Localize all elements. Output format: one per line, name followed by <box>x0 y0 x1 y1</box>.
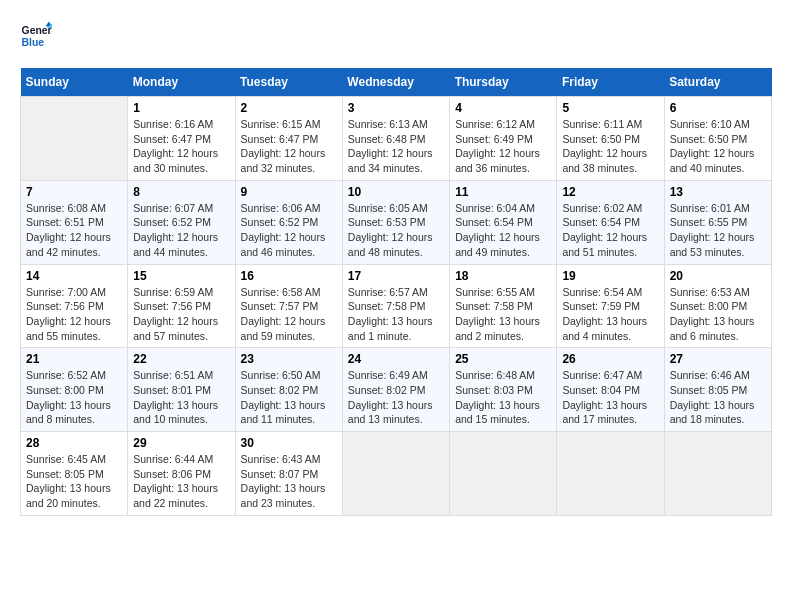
day-info: Sunrise: 6:02 AMSunset: 6:54 PMDaylight:… <box>562 201 658 260</box>
day-number: 9 <box>241 185 337 199</box>
day-number: 21 <box>26 352 122 366</box>
day-info: Sunrise: 6:01 AMSunset: 6:55 PMDaylight:… <box>670 201 766 260</box>
day-number: 12 <box>562 185 658 199</box>
day-number: 4 <box>455 101 551 115</box>
day-info: Sunrise: 6:55 AMSunset: 7:58 PMDaylight:… <box>455 285 551 344</box>
day-info: Sunrise: 6:43 AMSunset: 8:07 PMDaylight:… <box>241 452 337 511</box>
calendar-week-row: 21Sunrise: 6:52 AMSunset: 8:00 PMDayligh… <box>21 348 772 432</box>
calendar-cell: 9Sunrise: 6:06 AMSunset: 6:52 PMDaylight… <box>235 180 342 264</box>
calendar-cell: 29Sunrise: 6:44 AMSunset: 8:06 PMDayligh… <box>128 432 235 516</box>
calendar-table: SundayMondayTuesdayWednesdayThursdayFrid… <box>20 68 772 516</box>
day-info: Sunrise: 6:04 AMSunset: 6:54 PMDaylight:… <box>455 201 551 260</box>
weekday-header: Friday <box>557 68 664 97</box>
calendar-cell: 28Sunrise: 6:45 AMSunset: 8:05 PMDayligh… <box>21 432 128 516</box>
day-number: 28 <box>26 436 122 450</box>
day-info: Sunrise: 6:06 AMSunset: 6:52 PMDaylight:… <box>241 201 337 260</box>
svg-text:Blue: Blue <box>22 37 45 48</box>
weekday-header-row: SundayMondayTuesdayWednesdayThursdayFrid… <box>21 68 772 97</box>
day-number: 8 <box>133 185 229 199</box>
day-number: 3 <box>348 101 444 115</box>
day-info: Sunrise: 6:58 AMSunset: 7:57 PMDaylight:… <box>241 285 337 344</box>
day-info: Sunrise: 6:45 AMSunset: 8:05 PMDaylight:… <box>26 452 122 511</box>
day-info: Sunrise: 6:12 AMSunset: 6:49 PMDaylight:… <box>455 117 551 176</box>
calendar-cell: 27Sunrise: 6:46 AMSunset: 8:05 PMDayligh… <box>664 348 771 432</box>
day-number: 23 <box>241 352 337 366</box>
calendar-cell: 11Sunrise: 6:04 AMSunset: 6:54 PMDayligh… <box>450 180 557 264</box>
calendar-cell: 25Sunrise: 6:48 AMSunset: 8:03 PMDayligh… <box>450 348 557 432</box>
day-info: Sunrise: 6:05 AMSunset: 6:53 PMDaylight:… <box>348 201 444 260</box>
day-info: Sunrise: 6:15 AMSunset: 6:47 PMDaylight:… <box>241 117 337 176</box>
day-info: Sunrise: 6:47 AMSunset: 8:04 PMDaylight:… <box>562 368 658 427</box>
day-number: 30 <box>241 436 337 450</box>
calendar-cell: 3Sunrise: 6:13 AMSunset: 6:48 PMDaylight… <box>342 97 449 181</box>
calendar-week-row: 7Sunrise: 6:08 AMSunset: 6:51 PMDaylight… <box>21 180 772 264</box>
day-number: 16 <box>241 269 337 283</box>
day-info: Sunrise: 6:07 AMSunset: 6:52 PMDaylight:… <box>133 201 229 260</box>
day-number: 20 <box>670 269 766 283</box>
day-number: 6 <box>670 101 766 115</box>
weekday-header: Saturday <box>664 68 771 97</box>
day-number: 25 <box>455 352 551 366</box>
weekday-header: Sunday <box>21 68 128 97</box>
day-info: Sunrise: 6:57 AMSunset: 7:58 PMDaylight:… <box>348 285 444 344</box>
day-info: Sunrise: 6:11 AMSunset: 6:50 PMDaylight:… <box>562 117 658 176</box>
day-number: 5 <box>562 101 658 115</box>
day-number: 27 <box>670 352 766 366</box>
calendar-cell: 15Sunrise: 6:59 AMSunset: 7:56 PMDayligh… <box>128 264 235 348</box>
calendar-cell: 12Sunrise: 6:02 AMSunset: 6:54 PMDayligh… <box>557 180 664 264</box>
day-info: Sunrise: 6:08 AMSunset: 6:51 PMDaylight:… <box>26 201 122 260</box>
calendar-cell: 22Sunrise: 6:51 AMSunset: 8:01 PMDayligh… <box>128 348 235 432</box>
day-number: 24 <box>348 352 444 366</box>
weekday-header: Monday <box>128 68 235 97</box>
calendar-cell <box>557 432 664 516</box>
day-info: Sunrise: 6:53 AMSunset: 8:00 PMDaylight:… <box>670 285 766 344</box>
weekday-header: Wednesday <box>342 68 449 97</box>
svg-text:General: General <box>22 25 52 36</box>
day-number: 14 <box>26 269 122 283</box>
day-number: 7 <box>26 185 122 199</box>
calendar-cell <box>664 432 771 516</box>
day-info: Sunrise: 6:10 AMSunset: 6:50 PMDaylight:… <box>670 117 766 176</box>
day-number: 13 <box>670 185 766 199</box>
day-number: 11 <box>455 185 551 199</box>
calendar-week-row: 1Sunrise: 6:16 AMSunset: 6:47 PMDaylight… <box>21 97 772 181</box>
day-info: Sunrise: 6:16 AMSunset: 6:47 PMDaylight:… <box>133 117 229 176</box>
day-info: Sunrise: 6:59 AMSunset: 7:56 PMDaylight:… <box>133 285 229 344</box>
day-info: Sunrise: 6:54 AMSunset: 7:59 PMDaylight:… <box>562 285 658 344</box>
calendar-week-row: 28Sunrise: 6:45 AMSunset: 8:05 PMDayligh… <box>21 432 772 516</box>
calendar-cell <box>21 97 128 181</box>
calendar-cell: 30Sunrise: 6:43 AMSunset: 8:07 PMDayligh… <box>235 432 342 516</box>
day-info: Sunrise: 6:52 AMSunset: 8:00 PMDaylight:… <box>26 368 122 427</box>
calendar-cell: 21Sunrise: 6:52 AMSunset: 8:00 PMDayligh… <box>21 348 128 432</box>
page-header: General Blue <box>20 20 772 52</box>
calendar-cell: 20Sunrise: 6:53 AMSunset: 8:00 PMDayligh… <box>664 264 771 348</box>
calendar-cell: 4Sunrise: 6:12 AMSunset: 6:49 PMDaylight… <box>450 97 557 181</box>
day-info: Sunrise: 7:00 AMSunset: 7:56 PMDaylight:… <box>26 285 122 344</box>
calendar-cell: 17Sunrise: 6:57 AMSunset: 7:58 PMDayligh… <box>342 264 449 348</box>
day-number: 2 <box>241 101 337 115</box>
calendar-cell: 19Sunrise: 6:54 AMSunset: 7:59 PMDayligh… <box>557 264 664 348</box>
calendar-cell: 26Sunrise: 6:47 AMSunset: 8:04 PMDayligh… <box>557 348 664 432</box>
calendar-cell: 2Sunrise: 6:15 AMSunset: 6:47 PMDaylight… <box>235 97 342 181</box>
day-number: 18 <box>455 269 551 283</box>
day-info: Sunrise: 6:50 AMSunset: 8:02 PMDaylight:… <box>241 368 337 427</box>
day-number: 22 <box>133 352 229 366</box>
calendar-cell: 18Sunrise: 6:55 AMSunset: 7:58 PMDayligh… <box>450 264 557 348</box>
calendar-cell: 10Sunrise: 6:05 AMSunset: 6:53 PMDayligh… <box>342 180 449 264</box>
calendar-cell: 6Sunrise: 6:10 AMSunset: 6:50 PMDaylight… <box>664 97 771 181</box>
calendar-cell: 24Sunrise: 6:49 AMSunset: 8:02 PMDayligh… <box>342 348 449 432</box>
day-info: Sunrise: 6:49 AMSunset: 8:02 PMDaylight:… <box>348 368 444 427</box>
day-number: 15 <box>133 269 229 283</box>
calendar-cell: 13Sunrise: 6:01 AMSunset: 6:55 PMDayligh… <box>664 180 771 264</box>
day-info: Sunrise: 6:48 AMSunset: 8:03 PMDaylight:… <box>455 368 551 427</box>
day-number: 29 <box>133 436 229 450</box>
calendar-cell: 8Sunrise: 6:07 AMSunset: 6:52 PMDaylight… <box>128 180 235 264</box>
day-number: 26 <box>562 352 658 366</box>
calendar-cell <box>450 432 557 516</box>
day-number: 19 <box>562 269 658 283</box>
calendar-cell: 5Sunrise: 6:11 AMSunset: 6:50 PMDaylight… <box>557 97 664 181</box>
day-info: Sunrise: 6:44 AMSunset: 8:06 PMDaylight:… <box>133 452 229 511</box>
day-info: Sunrise: 6:13 AMSunset: 6:48 PMDaylight:… <box>348 117 444 176</box>
calendar-cell: 7Sunrise: 6:08 AMSunset: 6:51 PMDaylight… <box>21 180 128 264</box>
logo: General Blue <box>20 20 52 52</box>
